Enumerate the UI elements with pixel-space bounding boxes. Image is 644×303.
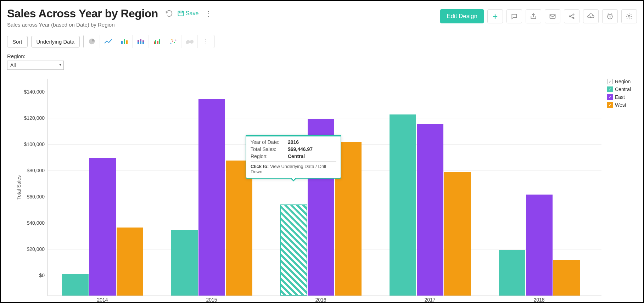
legend-swatch-icon: ✓	[607, 94, 613, 100]
gear-icon	[626, 13, 633, 20]
legend-swatch-icon: ✓	[607, 102, 613, 108]
tooltip-key: Total Sales:	[251, 146, 284, 152]
share-nodes-icon	[568, 13, 575, 20]
chart-type-toolbar: ⋮	[83, 35, 214, 48]
svg-rect-16	[142, 40, 144, 42]
legend-item-west[interactable]: ✓West	[607, 102, 637, 108]
map-icon	[185, 39, 194, 44]
stacked-bar-icon	[137, 38, 145, 45]
y-tick-label: $80,000	[20, 168, 45, 173]
y-tick-label: $140,000	[20, 89, 45, 95]
tooltip-value: Central	[288, 153, 305, 159]
bar-east-2017[interactable]	[417, 124, 443, 296]
bar-west-2018[interactable]	[553, 260, 580, 296]
pie-chart-button[interactable]	[84, 35, 100, 48]
refresh-icon[interactable]	[165, 10, 173, 17]
svg-point-24	[175, 40, 176, 41]
comment-button[interactable]	[506, 9, 522, 23]
bar-central-2016[interactable]	[280, 204, 307, 296]
tooltip-value: $69,446.97	[288, 146, 313, 152]
bar-west-2017[interactable]	[444, 172, 471, 296]
cloud-download-icon	[587, 13, 595, 20]
grouped-bar-button[interactable]	[149, 35, 165, 48]
line-chart-button[interactable]	[100, 35, 116, 48]
share-button[interactable]	[526, 9, 541, 23]
x-tick-label: 2017	[424, 297, 435, 303]
svg-point-3	[573, 14, 574, 15]
svg-point-2	[569, 16, 570, 17]
grouped-bar-icon	[153, 38, 161, 45]
add-button[interactable]: ＋	[487, 9, 503, 23]
save-star-icon	[177, 10, 184, 17]
legend-item-central[interactable]: ✓Central	[607, 86, 637, 92]
y-tick-label: $20,000	[20, 246, 45, 252]
email-button[interactable]	[545, 9, 560, 23]
tooltip-value: 2016	[288, 139, 299, 145]
clock-icon	[606, 13, 614, 20]
sort-button[interactable]: Sort	[7, 36, 28, 47]
svg-rect-8	[121, 41, 123, 44]
bar-east-2014[interactable]	[89, 158, 116, 296]
bar-central-2018[interactable]	[499, 250, 525, 296]
bar-central-2015[interactable]	[171, 230, 198, 296]
bar-east-2015[interactable]	[198, 99, 225, 296]
svg-rect-17	[154, 41, 155, 44]
save-button-label: Save	[186, 10, 198, 17]
page-title: Sales Across Year by Region	[7, 7, 158, 20]
svg-rect-20	[159, 39, 160, 44]
legend-item-label: East	[615, 94, 625, 100]
underlying-data-button[interactable]: Underlying Data	[31, 36, 80, 47]
svg-rect-19	[157, 41, 158, 44]
bar-chart-button[interactable]	[116, 35, 133, 48]
bar-west-2014[interactable]	[117, 228, 143, 296]
x-tick-label: 2015	[206, 297, 217, 303]
svg-rect-13	[140, 41, 141, 44]
svg-point-25	[171, 39, 172, 40]
x-tick-label: 2016	[315, 297, 326, 303]
svg-rect-9	[124, 39, 125, 44]
comment-icon	[511, 13, 518, 20]
share-link-button[interactable]	[564, 9, 579, 23]
bar-chart-icon	[121, 38, 128, 45]
save-button[interactable]: Save	[176, 9, 200, 18]
plus-icon: ＋	[491, 11, 499, 22]
legend-item-label: Central	[615, 86, 631, 92]
more-vertical-icon: ⋮	[203, 38, 209, 45]
share-up-icon	[530, 13, 537, 20]
legend-title: Region	[615, 79, 631, 84]
map-chart-button[interactable]	[181, 35, 198, 48]
header-more-icon[interactable]: ⋮	[203, 9, 214, 18]
svg-rect-14	[140, 39, 141, 41]
region-filter-select[interactable]: All	[7, 61, 64, 70]
svg-rect-15	[142, 42, 144, 44]
alert-button[interactable]	[602, 9, 618, 23]
region-filter-label: Region:	[7, 53, 637, 59]
bar-central-2014[interactable]	[62, 274, 89, 296]
svg-point-6	[628, 16, 630, 17]
svg-point-23	[174, 42, 175, 43]
y-tick-label: $60,000	[20, 194, 45, 200]
y-tick-label: $120,000	[20, 115, 45, 121]
svg-rect-11	[138, 42, 139, 44]
svg-point-21	[170, 43, 171, 44]
stacked-bar-button[interactable]	[133, 35, 149, 48]
legend-swatch-icon: ✓	[607, 86, 613, 92]
chart-type-more-button[interactable]: ⋮	[198, 35, 214, 48]
bar-central-2017[interactable]	[390, 114, 416, 296]
bar-east-2018[interactable]	[526, 195, 553, 296]
legend-toggle-all-icon: ✓	[607, 79, 613, 84]
x-tick-label: 2018	[533, 297, 544, 303]
scatter-chart-button[interactable]	[165, 35, 181, 48]
tooltip-key: Year of Date:	[251, 139, 284, 145]
y-tick-label: $0	[20, 273, 45, 278]
tooltip-key: Region:	[251, 153, 284, 159]
edit-design-button[interactable]: Edit Design	[440, 9, 484, 23]
y-tick-label: $100,000	[20, 141, 45, 147]
legend-header[interactable]: ✓ Region	[607, 79, 637, 84]
bar-west-2015[interactable]	[226, 161, 252, 296]
mail-icon	[549, 13, 556, 20]
tooltip-action[interactable]: Click to: View Underlying Data / Drill D…	[251, 164, 336, 174]
settings-button[interactable]	[621, 9, 637, 23]
legend-item-east[interactable]: ✓East	[607, 94, 637, 100]
cloud-button[interactable]	[583, 9, 599, 23]
